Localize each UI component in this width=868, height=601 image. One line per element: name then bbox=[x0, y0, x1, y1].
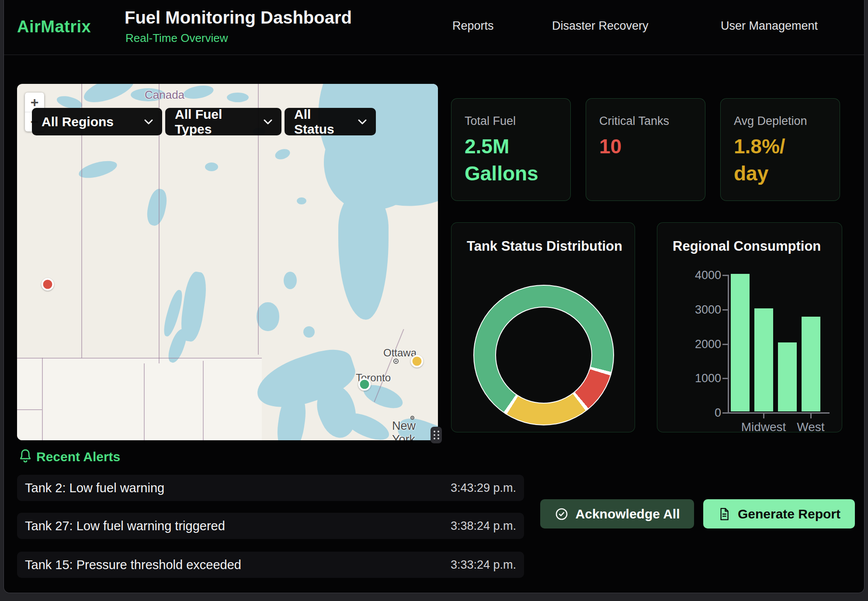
y-tick-label: 4000 bbox=[684, 269, 721, 282]
nav-item-disaster-recovery[interactable]: Disaster Recovery bbox=[552, 19, 649, 33]
map-lake bbox=[227, 93, 249, 102]
map-lake bbox=[205, 162, 218, 171]
stat-label: Critical Tanks bbox=[599, 114, 669, 128]
chevron-down-icon bbox=[252, 119, 273, 125]
alert-row[interactable]: Tank 2: Low fuel warning 3:43:29 p.m. bbox=[17, 475, 524, 501]
regional-consumption-card: Regional Consumption 4000 3000 2000 1000… bbox=[657, 222, 842, 432]
region-filter-select[interactable]: All Regions bbox=[32, 108, 162, 135]
map-label-canada: Canada bbox=[145, 88, 184, 102]
map-lake-reindeer bbox=[145, 187, 170, 227]
page-title: Fuel Monitoring Dashboard bbox=[125, 8, 352, 28]
map-lake bbox=[257, 302, 279, 331]
check-circle-icon bbox=[555, 507, 569, 521]
stat-value-line: Gallons bbox=[465, 160, 538, 187]
fuel-tank-map[interactable]: Canada Ottawa Toronto New York + − All R… bbox=[17, 84, 438, 440]
y-tick-label: 1000 bbox=[684, 372, 721, 385]
map-us-land bbox=[17, 358, 262, 440]
map-border-usa bbox=[17, 358, 262, 359]
map-border bbox=[144, 363, 145, 440]
acknowledge-all-button[interactable]: Acknowledge All bbox=[540, 499, 694, 528]
recent-alerts-heading: Recent Alerts bbox=[36, 449, 120, 464]
stat-value-total-fuel: 2.5M Gallons bbox=[465, 133, 538, 187]
generate-report-button[interactable]: Generate Report bbox=[703, 499, 855, 528]
donut-hole bbox=[495, 307, 592, 404]
bar-West bbox=[802, 317, 820, 411]
town-marker-ottawa bbox=[393, 359, 399, 364]
fuel-type-filter-select[interactable]: All Fuel Types bbox=[165, 108, 281, 135]
y-tick bbox=[722, 412, 728, 414]
map-border bbox=[17, 409, 42, 410]
map-lake bbox=[182, 84, 215, 101]
alert-row[interactable]: Tank 15: Pressure threshold exceeded 3:3… bbox=[17, 552, 524, 578]
stat-card-total-fuel: Total Fuel 2.5M Gallons bbox=[451, 98, 571, 201]
nav-item-user-management[interactable]: User Management bbox=[721, 19, 818, 33]
stat-value-line: 2.5M bbox=[465, 133, 538, 160]
stat-value-line: 10 bbox=[599, 133, 621, 160]
bell-icon bbox=[18, 448, 33, 465]
alert-message: Tank 27: Low fuel warning triggered bbox=[25, 519, 225, 533]
document-icon bbox=[718, 507, 731, 521]
alert-row[interactable]: Tank 27: Low fuel warning triggered 3:38… bbox=[17, 513, 524, 539]
chevron-down-icon bbox=[346, 119, 367, 125]
y-tick-label: 2000 bbox=[684, 338, 721, 351]
y-tick bbox=[722, 275, 728, 276]
y-tick bbox=[722, 378, 728, 379]
chevron-down-icon bbox=[132, 119, 153, 125]
x-tick-label: West bbox=[789, 420, 833, 432]
bar-Midwest bbox=[754, 308, 773, 411]
bar-region-0 bbox=[731, 274, 750, 411]
map-lake bbox=[284, 272, 297, 289]
generate-report-label: Generate Report bbox=[738, 507, 840, 522]
bar-region-2 bbox=[778, 342, 797, 411]
map-marker-warning[interactable] bbox=[410, 355, 423, 367]
map-border bbox=[203, 361, 204, 440]
chart-title: Tank Status Distribution bbox=[467, 238, 622, 254]
resize-grip-handle[interactable] bbox=[431, 427, 442, 443]
tank-status-distribution-card: Tank Status Distribution bbox=[451, 222, 635, 432]
alert-message: Tank 15: Pressure threshold exceeded bbox=[25, 558, 241, 572]
region-filter-value: All Regions bbox=[42, 114, 114, 129]
status-filter-value: All Status bbox=[294, 107, 346, 137]
app-logo: AirMatrix bbox=[17, 17, 91, 36]
alert-time: 3:43:29 p.m. bbox=[451, 481, 516, 495]
stat-value-line: day bbox=[734, 160, 785, 187]
y-tick bbox=[722, 309, 728, 311]
map-marker-critical[interactable] bbox=[42, 278, 54, 291]
x-tick bbox=[810, 414, 812, 418]
map-lake bbox=[81, 84, 137, 107]
x-tick-label: Midwest bbox=[737, 420, 790, 432]
bar-chart-x-axis bbox=[723, 412, 830, 414]
alert-time: 3:33:24 p.m. bbox=[451, 558, 516, 572]
stat-value-critical-tanks: 10 bbox=[599, 133, 621, 160]
x-tick bbox=[763, 414, 764, 418]
map-filter-bar: All Regions All Fuel Types All Status bbox=[32, 108, 376, 135]
map-marker-normal[interactable] bbox=[358, 378, 371, 390]
map-lake bbox=[274, 147, 291, 161]
acknowledge-all-label: Acknowledge All bbox=[576, 507, 680, 522]
grip-dots-icon bbox=[434, 431, 435, 432]
alert-time: 3:38:24 p.m. bbox=[451, 519, 516, 533]
stat-card-critical-tanks: Critical Tanks 10 bbox=[586, 98, 705, 201]
map-lake-athabasca bbox=[77, 158, 118, 181]
y-tick-label: 3000 bbox=[684, 303, 721, 316]
y-tick bbox=[722, 344, 728, 345]
status-filter-select[interactable]: All Status bbox=[285, 108, 376, 135]
town-marker-new-york bbox=[410, 416, 414, 420]
map-lake bbox=[303, 326, 315, 338]
map-lake bbox=[297, 197, 306, 204]
alert-message: Tank 2: Low fuel warning bbox=[25, 481, 164, 495]
chart-title: Regional Consumption bbox=[673, 238, 821, 254]
tank-status-donut-chart bbox=[473, 285, 614, 425]
stat-label: Avg Depletion bbox=[734, 114, 807, 128]
map-border bbox=[42, 358, 43, 440]
stat-card-avg-depletion: Avg Depletion 1.8%/ day bbox=[720, 98, 840, 201]
page-subtitle: Real-Time Overview bbox=[125, 31, 228, 45]
stat-label: Total Fuel bbox=[465, 114, 516, 128]
nav-item-reports[interactable]: Reports bbox=[452, 19, 494, 33]
stat-value-line: 1.8%/ bbox=[734, 133, 785, 160]
stat-value-avg-depletion: 1.8%/ day bbox=[734, 133, 785, 187]
top-nav-bar: AirMatrix Fuel Monitoring Dashboard Real… bbox=[4, 0, 864, 55]
fuel-type-filter-value: All Fuel Types bbox=[175, 107, 252, 137]
y-tick-label: 0 bbox=[684, 406, 721, 419]
dashboard-window: AirMatrix Fuel Monitoring Dashboard Real… bbox=[3, 0, 865, 593]
